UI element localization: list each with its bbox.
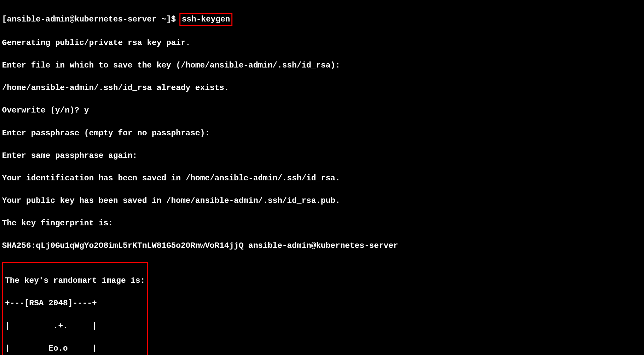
- randomart-row: | Eo.o |: [5, 343, 145, 354]
- output-line: SHA256:qLj0Gu1qWgYo2O8imL5rKTnLW81G5o20R…: [2, 240, 642, 252]
- randomart-border-top: +---[RSA 2048]----+: [5, 298, 145, 309]
- randomart-row: | .+. |: [5, 320, 145, 332]
- output-line: /home/ansible-admin/.ssh/id_rsa already …: [2, 82, 642, 94]
- randomart-highlight-box: The key's randomart image is: +---[RSA 2…: [2, 262, 148, 355]
- shell-prompt: [ansible-admin@kubernetes-server ~]$: [2, 15, 181, 24]
- output-line: Enter file in which to save the key (/ho…: [2, 60, 642, 71]
- output-line: Enter same passphrase again:: [2, 150, 642, 162]
- highlighted-command: ssh-keygen: [179, 13, 232, 26]
- output-line: The key fingerprint is:: [2, 218, 642, 229]
- output-line: Enter passphrase (empty for no passphras…: [2, 128, 642, 139]
- output-line: Your identification has been saved in /h…: [2, 173, 642, 184]
- randomart-title: The key's randomart image is:: [5, 275, 145, 286]
- output-line: Overwrite (y/n)? y: [2, 105, 642, 116]
- output-line: Generating public/private rsa key pair.: [2, 37, 642, 49]
- output-line: Your public key has been saved in /home/…: [2, 195, 642, 207]
- terminal-output[interactable]: [ansible-admin@kubernetes-server ~]$ ssh…: [2, 1, 642, 355]
